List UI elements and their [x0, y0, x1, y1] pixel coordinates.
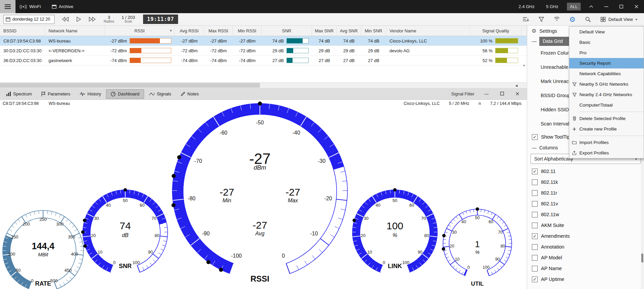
col-header-signal-quality[interactable]: Signal Quality	[470, 26, 521, 36]
menu-item-label: Default View	[579, 29, 605, 34]
maximize-button[interactable]	[614, 0, 629, 13]
trash-icon	[569, 116, 579, 121]
col-header-vendor-name[interactable]: Vendor Name	[386, 26, 470, 36]
scrollbar-thumb[interactable]	[641, 254, 643, 262]
column-checkbox-802-11r[interactable]: 802.11r	[527, 187, 644, 198]
avg-snr-cell: 74 dB	[337, 36, 361, 46]
col-header-network-name[interactable]: Network Name	[45, 26, 105, 36]
panel-minimize-button[interactable]: —	[483, 91, 490, 96]
menu-item-delete-selected-profile[interactable]: Delete Selected Profile	[569, 113, 644, 124]
horizontal-scrollbar[interactable]: ◀	[0, 82, 527, 88]
menu-item-network-capabilities[interactable]: Network Capabilities	[569, 68, 644, 79]
skip-back-button[interactable]	[61, 15, 69, 23]
tab-spectrum[interactable]: Spectrum	[2, 89, 36, 99]
column-checkbox-802-11w[interactable]: 802.11w	[527, 209, 644, 220]
menu-item-export-profiles[interactable]: Export Profiles	[569, 148, 644, 158]
col-header-bssid[interactable]: BSSID	[0, 26, 45, 36]
table-row[interactable]: 36:D3:2D:CC:03:30gastnetwerk-74 dBm-74 d…	[0, 56, 527, 65]
tab-dashboard[interactable]: Dashboard	[106, 89, 144, 99]
collapse-icon[interactable]: —	[532, 145, 539, 150]
checkbox-icon[interactable]	[532, 244, 538, 250]
scroll-up-button[interactable]: ▲	[521, 63, 527, 67]
tab-signals[interactable]: Signals	[145, 89, 176, 99]
checkbox-icon[interactable]	[532, 212, 538, 218]
tab-history[interactable]: History	[75, 89, 105, 99]
hamburger-button[interactable]	[0, 0, 15, 13]
col-header-snr[interactable]: SNR	[262, 26, 312, 36]
menu-item-pro[interactable]: Pro	[569, 48, 644, 58]
sort-options-button[interactable]	[522, 15, 530, 23]
gauge-icon	[111, 92, 115, 96]
col-header-max-snr[interactable]: Max SNR	[312, 26, 337, 36]
menu-item-import-profiles[interactable]: Import Profiles	[569, 137, 644, 148]
column-checkbox-802-11[interactable]: 802.11	[527, 166, 644, 177]
close-button[interactable]	[629, 0, 644, 13]
checkbox-icon[interactable]	[532, 223, 538, 228]
filter-button[interactable]	[537, 15, 545, 23]
checkbox-icon[interactable]	[532, 134, 538, 140]
minimize-button[interactable]	[599, 0, 614, 13]
checkbox-icon[interactable]	[532, 190, 538, 196]
search-button[interactable]	[584, 15, 592, 23]
view-selector[interactable]: Default View ▾	[599, 16, 639, 23]
table-row[interactable]: 30:D3:2D:CC:03:30<-VERBORGEN->-72 dBm-72…	[0, 46, 527, 56]
col-header-min-rssi[interactable]: Min RSSI	[233, 26, 262, 36]
tab-parameters[interactable]: Parameters	[37, 89, 75, 99]
wifi-scan-button[interactable]	[553, 15, 561, 23]
checkbox-icon[interactable]	[532, 277, 538, 282]
col-header-max-rssi[interactable]: Max RSSI	[204, 26, 233, 36]
collapse-ribbon-button[interactable]	[583, 0, 599, 13]
panel-maximize-button[interactable]	[499, 91, 505, 96]
checkbox-icon[interactable]	[532, 179, 538, 185]
menu-item-basic[interactable]: Basic	[569, 37, 644, 48]
tick-label: 80	[501, 244, 505, 249]
column-checkbox-annotation[interactable]: Annotation	[527, 241, 644, 252]
checkbox-icon[interactable]	[532, 266, 538, 271]
menu-item-nearby-2-4-ghz-networks[interactable]: Nearby 2.4 GHz Networks	[569, 89, 644, 100]
band-24ghz-button[interactable]: 2.4 GHz	[515, 3, 538, 10]
col-header-avg-snr[interactable]: Avg SNR	[337, 26, 361, 36]
menu-item-label: Create new Profile	[579, 126, 617, 132]
column-checkbox-ap-model[interactable]: AP Model	[527, 252, 644, 263]
menu-item-security-report[interactable]: Security Report	[569, 58, 644, 68]
col-header-avg-rssi[interactable]: Avg RSSI	[175, 26, 204, 36]
panel-close-button[interactable]	[514, 91, 521, 96]
dashboard-ssid: WS-bureau	[49, 101, 70, 106]
tick-label: -30	[318, 158, 326, 164]
scrollbar-thumb[interactable]	[0, 83, 260, 88]
band-all-button[interactable]: ALL	[567, 3, 581, 10]
table-row[interactable]: C8:D7:19:54:C3:98WS-bureau-27 dBm-27 dBm…	[0, 36, 527, 46]
play-button[interactable]	[75, 15, 83, 23]
quality-bar	[495, 48, 518, 53]
checkbox-icon[interactable]	[532, 255, 538, 261]
menu-separator	[569, 110, 644, 113]
column-checkbox-ap-uptime[interactable]: AP Uptime	[527, 274, 644, 285]
scroll-left-button[interactable]: ◀	[513, 83, 519, 88]
skip-forward-button[interactable]	[88, 15, 96, 23]
checkbox-icon[interactable]	[532, 233, 538, 239]
band-5ghz-button[interactable]: 5 GHz	[543, 3, 562, 10]
avg-rssi-cell: -74 dBm	[175, 56, 204, 65]
column-checkbox-ap-name[interactable]: AP Name	[527, 263, 644, 274]
col-header-min-snr[interactable]: Min SNR	[361, 26, 386, 36]
checkbox-icon[interactable]	[532, 201, 538, 207]
collapse-icon[interactable]: —	[532, 38, 539, 44]
menu-item-default-view[interactable]: Default View	[569, 27, 644, 37]
settings-gear-button[interactable]: ⚙	[568, 15, 576, 23]
sort-arrow-icon[interactable]: ▼	[169, 29, 172, 32]
tick-label: 90	[495, 257, 500, 262]
signal-filter-label[interactable]: Signal Filter	[451, 91, 474, 96]
menu-item-nearby-5-ghz-networks[interactable]: Nearby 5 GHz Networks	[569, 79, 644, 89]
tick-label: -20	[324, 196, 332, 201]
column-checkbox-802-11v[interactable]: 802.11v	[527, 198, 644, 209]
column-checkbox-amendments[interactable]: Amendments	[527, 231, 644, 241]
checkbox-icon[interactable]	[532, 169, 538, 174]
column-checkbox-802-11k[interactable]: 802.11k	[527, 177, 644, 187]
col-header-rssi[interactable]: RSSI ▼	[105, 26, 175, 36]
tab-notes[interactable]: Notes	[176, 89, 203, 99]
menu-item-create-new-profile[interactable]: Create new Profile	[569, 124, 644, 134]
column-checkbox-akm-suite[interactable]: AKM Suite	[527, 220, 644, 231]
tab-archive[interactable]: Archive	[46, 0, 79, 13]
menu-item-computer-totaal[interactable]: Computer!Totaal	[569, 100, 644, 110]
date-picker[interactable]: donderdag 12 12 20	[3, 15, 55, 24]
